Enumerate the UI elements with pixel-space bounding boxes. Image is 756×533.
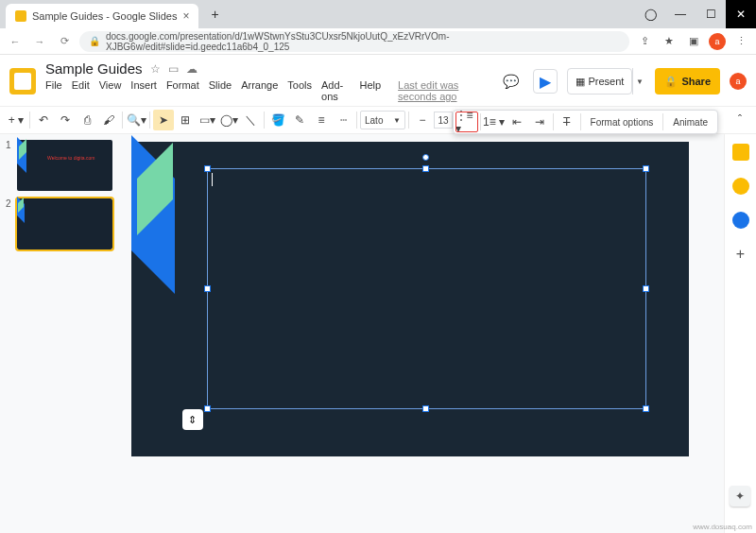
bulleted-list-button[interactable]: ⋮≡ ▾	[455, 112, 478, 132]
back-button[interactable]: ←	[6, 36, 25, 47]
maximize-button[interactable]: ☐	[696, 0, 726, 28]
slide-thumbnails: 1 Welcome to digita.com 2	[0, 134, 118, 533]
border-weight-button[interactable]: ≡	[311, 110, 332, 130]
tab-title: Sample Guides - Google Slides	[32, 10, 177, 22]
textbox-tool[interactable]: ⊞	[175, 110, 196, 130]
thumb-number: 2	[6, 198, 13, 249]
indent-increase-button[interactable]: ⇥	[528, 112, 551, 132]
thumbnail-2[interactable]: 2	[6, 198, 112, 249]
present-icon: ▦	[576, 76, 585, 88]
menu-view[interactable]: View	[99, 79, 122, 102]
redo-button[interactable]: ↷	[55, 110, 76, 130]
browser-menu-icon[interactable]: ⋮	[731, 35, 750, 47]
menu-arrange[interactable]: Arrange	[241, 79, 278, 102]
font-selector[interactable]: Lato▼	[360, 111, 405, 129]
slide-canvas[interactable]: ⇕	[118, 134, 701, 533]
indent-decrease-button[interactable]: ⇤	[506, 112, 528, 132]
share-button[interactable]: 🔒 Share	[655, 68, 720, 95]
lock-icon: 🔒	[89, 36, 100, 46]
comments-icon[interactable]: 💬	[499, 69, 524, 94]
slideshow-button[interactable]: ▶	[533, 69, 558, 94]
reload-button[interactable]: ⟳	[55, 35, 74, 47]
window-close-button[interactable]: ✕	[726, 0, 756, 28]
border-dash-button[interactable]: ┄	[333, 110, 353, 130]
url-field[interactable]: 🔒 docs.google.com/presentation/d/1wWStwn…	[79, 31, 629, 52]
workspace: 1 Welcome to digita.com 2	[0, 134, 756, 533]
thumb-number: 1	[6, 140, 13, 191]
resize-handle-nw[interactable]	[204, 165, 211, 172]
menu-format[interactable]: Format	[166, 79, 199, 102]
menu-slide[interactable]: Slide	[209, 79, 232, 102]
share-page-icon[interactable]: ⇪	[635, 35, 654, 47]
paint-format-button[interactable]: 🖌	[98, 110, 119, 130]
present-dropdown[interactable]: ▼	[632, 68, 645, 95]
clear-formatting-button[interactable]: T	[556, 112, 578, 132]
undo-button[interactable]: ↶	[33, 110, 54, 130]
text-overflow-indicator[interactable]: ⇕	[182, 409, 203, 430]
resize-handle-ne[interactable]	[643, 165, 649, 172]
cloud-status-icon[interactable]: ☁	[186, 62, 198, 76]
menu-bar: File Edit View Insert Format Slide Arran…	[45, 79, 490, 102]
browser-urlbar: ← → ⟳ 🔒 docs.google.com/presentation/d/1…	[0, 28, 756, 55]
cast-icon[interactable]: ▣	[684, 35, 703, 47]
resize-handle-w[interactable]	[204, 285, 211, 292]
new-slide-button[interactable]: + ▾	[6, 110, 26, 130]
explore-button[interactable]: ✦	[730, 486, 750, 507]
line-tool[interactable]: ＼	[240, 110, 261, 130]
menu-help[interactable]: Help	[359, 79, 381, 102]
font-size-minus[interactable]: −	[412, 110, 433, 130]
account-avatar[interactable]: a	[730, 73, 747, 90]
minimize-button[interactable]: —	[665, 0, 696, 28]
new-tab-button[interactable]: +	[206, 6, 223, 23]
doc-title[interactable]: Sample Guides	[45, 60, 143, 77]
side-panel: +	[724, 134, 756, 533]
thumbnail-1[interactable]: 1 Welcome to digita.com	[6, 140, 112, 191]
lock-icon: 🔒	[664, 76, 678, 88]
tasks-icon[interactable]	[732, 212, 749, 229]
shape-tool[interactable]: ◯▾	[218, 110, 239, 130]
bookmark-star-icon[interactable]: ★	[660, 35, 679, 47]
settings-dot-icon[interactable]: ◯	[635, 0, 665, 28]
watermark: www.dosuaq.com	[693, 523, 752, 531]
format-options-button[interactable]: Format options	[583, 117, 662, 128]
font-name: Lato	[365, 115, 383, 126]
collapse-toolbar-icon[interactable]: ˆ	[730, 110, 750, 130]
favicon-icon	[15, 10, 26, 22]
font-size-input[interactable]: 13	[434, 112, 453, 129]
keep-notes-icon[interactable]	[732, 178, 749, 195]
numbered-list-button[interactable]: 1≡ ▾	[483, 112, 506, 132]
menu-file[interactable]: File	[45, 79, 62, 102]
rotate-handle[interactable]	[422, 154, 429, 161]
select-tool[interactable]: ➤	[153, 110, 174, 130]
text-cursor	[212, 173, 213, 186]
last-edit-link[interactable]: Last edit was seconds ago	[398, 79, 489, 102]
resize-handle-se[interactable]	[643, 405, 649, 412]
menu-insert[interactable]: Insert	[130, 79, 157, 102]
tab-close-icon[interactable]: ×	[182, 9, 189, 23]
browser-tab[interactable]: Sample Guides - Google Slides ×	[6, 4, 198, 28]
resize-handle-sw[interactable]	[204, 405, 211, 412]
folder-move-icon[interactable]: ▭	[168, 62, 179, 76]
resize-handle-s[interactable]	[422, 405, 429, 412]
url-text: docs.google.com/presentation/d/1wWStwnYs…	[106, 31, 620, 52]
star-outline-icon[interactable]: ☆	[150, 62, 161, 76]
border-color-button[interactable]: ✎	[289, 110, 310, 130]
zoom-button[interactable]: 🔍▾	[126, 110, 146, 130]
print-button[interactable]: ⎙	[77, 110, 97, 130]
animate-button[interactable]: Animate	[665, 117, 715, 128]
slide-stage[interactable]: ⇕	[131, 142, 689, 456]
fill-color-button[interactable]: 🪣	[267, 110, 288, 130]
keep-icon[interactable]	[732, 144, 749, 161]
text-box-selected[interactable]	[207, 168, 646, 409]
overflow-toolbar: ⋮≡ ▾ 1≡ ▾ ⇤ ⇥ T Format options Animate	[453, 110, 718, 134]
image-tool[interactable]: ▭▾	[197, 110, 217, 130]
slides-logo-icon[interactable]	[9, 68, 36, 95]
resize-handle-e[interactable]	[643, 285, 649, 292]
add-addon-icon[interactable]: +	[736, 246, 745, 263]
resize-handle-n[interactable]	[422, 165, 429, 172]
profile-avatar[interactable]: a	[709, 33, 726, 50]
present-button[interactable]: ▦ Present	[567, 68, 633, 95]
menu-tools[interactable]: Tools	[287, 79, 312, 102]
menu-addons[interactable]: Add-ons	[321, 79, 350, 102]
menu-edit[interactable]: Edit	[72, 79, 90, 102]
